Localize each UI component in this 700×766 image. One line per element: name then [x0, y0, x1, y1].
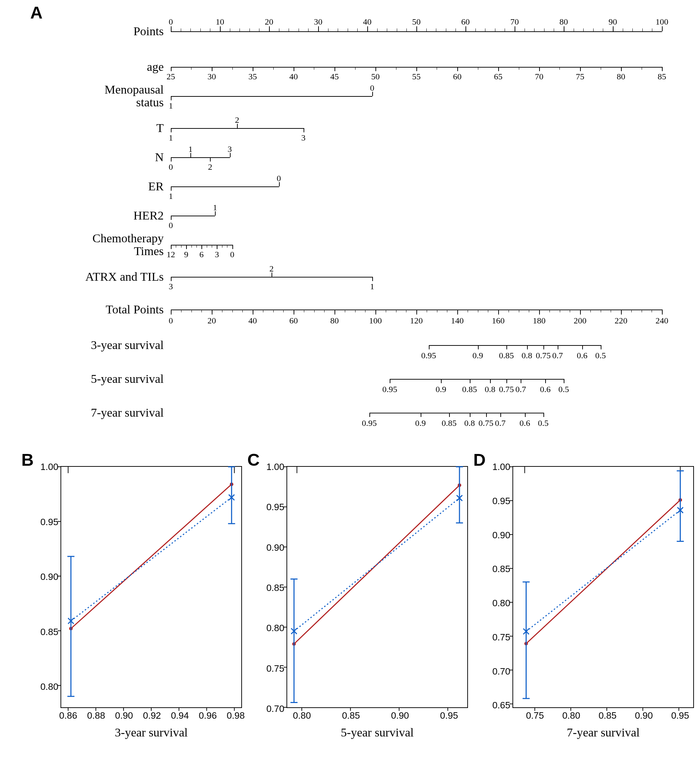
surv-tick: 0.5 [538, 418, 549, 428]
nomo-tick-atrx: 2 [269, 264, 274, 274]
nomo-label-surv: 7-year survival [91, 406, 164, 419]
surv-tick: 0.6 [540, 385, 551, 394]
points-tick: 50 [412, 17, 421, 27]
nomo-tick-atrx: 3 [169, 282, 173, 291]
surv-tick: 0.9 [473, 351, 483, 361]
points-tick: 100 [656, 17, 668, 27]
nomo-label-chemo: Chemotherapy Times [92, 232, 164, 257]
nomo-tick-age: 35 [249, 72, 257, 81]
total-points-tick: 220 [614, 316, 627, 326]
nomo-tick-chemo: 9 [184, 250, 188, 260]
ytick: 1.00 [492, 461, 513, 472]
xtick: 0.90 [635, 707, 653, 721]
nomo-tick-ER: 0 [277, 174, 281, 183]
xtick: 0.80 [562, 707, 580, 721]
ytick: 0.65 [492, 700, 513, 711]
nomo-tick-age: 80 [617, 72, 625, 81]
nomo-tick-age: 65 [494, 72, 502, 81]
total-points-tick: 160 [492, 316, 505, 326]
total-points-tick: 180 [533, 316, 546, 326]
nomo-tick-N: 2 [208, 162, 212, 172]
calibration-plot-d: 0.750.800.850.900.950.650.700.750.800.85… [484, 459, 700, 736]
nomo-label-points: Points [133, 25, 164, 38]
ytick: 1.00 [266, 461, 287, 472]
surv-tick: 0.8 [522, 351, 532, 361]
xtick: 0.75 [526, 707, 544, 721]
ytick: 0.80 [492, 598, 513, 609]
nomo-tick-T: 1 [169, 133, 173, 142]
nomo-tick-age: 50 [371, 72, 380, 81]
surv-tick: 0.5 [558, 385, 569, 394]
nomo-tick-age: 25 [166, 72, 175, 81]
nomo-label-total: Total Points [106, 303, 164, 316]
xlabel: 7-year survival [512, 726, 694, 739]
total-points-tick: 40 [249, 316, 257, 326]
xtick: 0.90 [115, 707, 133, 721]
surv-tick: 0.75 [499, 385, 514, 394]
points-tick: 70 [510, 17, 519, 27]
calibration-plot-c: 0.800.850.900.950.700.750.800.850.900.95… [258, 459, 475, 736]
ytick: 0.70 [492, 666, 513, 677]
surv-tick: 0.7 [495, 418, 506, 428]
ytick: 0.90 [40, 571, 61, 582]
xlabel: 3-year survival [60, 726, 242, 739]
surv-tick: 0.6 [577, 351, 588, 361]
nomo-tick-menopausal: 1 [169, 101, 173, 111]
surv-tick: 0.8 [485, 385, 496, 394]
nomo-tick-age: 85 [658, 72, 666, 81]
surv-tick: 0.9 [436, 385, 446, 394]
surv-tick: 0.7 [552, 351, 563, 361]
nomo-label-ER: ER [149, 180, 164, 193]
ytick: 0.80 [40, 681, 61, 692]
nomo-tick-chemo: 0 [230, 250, 234, 260]
points-tick: 30 [314, 17, 322, 27]
points-tick: 90 [608, 17, 617, 27]
surv-tick: 0.9 [415, 418, 426, 428]
xtick: 0.94 [171, 707, 189, 721]
total-points-tick: 0 [169, 316, 173, 326]
ytick: 0.70 [266, 703, 287, 714]
total-points-tick: 120 [410, 316, 423, 326]
nomo-tick-N: 3 [228, 144, 232, 154]
nomo-tick-N: 0 [169, 162, 173, 172]
nomo-tick-T: 2 [235, 115, 239, 125]
xtick: 0.88 [87, 707, 105, 721]
total-points-tick: 140 [451, 316, 464, 326]
points-tick: 20 [265, 17, 273, 27]
points-tick: 40 [363, 17, 372, 27]
nomo-tick-age: 45 [330, 72, 339, 81]
nomo-tick-age: 60 [453, 72, 462, 81]
surv-tick: 0.85 [462, 385, 477, 394]
nomo-label-surv: 3-year survival [91, 339, 164, 351]
panel-letter-a: A [30, 3, 43, 22]
total-points-tick: 200 [574, 316, 586, 326]
nomo-tick-age: 30 [207, 72, 216, 81]
ytick: 0.90 [492, 529, 513, 540]
xtick: 0.95 [671, 707, 689, 721]
xtick: 0.85 [599, 707, 617, 721]
xtick: 0.96 [199, 707, 217, 721]
total-points-tick: 100 [369, 316, 382, 326]
nomo-label-age: age [147, 60, 164, 73]
points-tick: 0 [169, 17, 173, 27]
nomo-tick-chemo: 12 [166, 250, 175, 260]
surv-tick: 0.85 [499, 351, 514, 361]
xtick: 0.85 [342, 707, 360, 721]
nomo-label-T: T [156, 122, 164, 135]
ytick: 0.85 [492, 563, 513, 574]
ytick: 0.90 [266, 542, 287, 553]
nomo-tick-chemo: 6 [199, 250, 204, 260]
nomo-tick-HER2: 0 [169, 221, 173, 230]
xtick: 0.90 [391, 707, 409, 721]
nomogram-panel: Points0102030405060708090100age253035404… [57, 11, 683, 448]
ytick: 0.75 [492, 631, 513, 643]
nomo-label-menopausal: Menopausal status [105, 83, 164, 109]
ytick: 0.75 [266, 663, 287, 674]
ytick: 0.85 [40, 626, 61, 637]
ytick: 0.95 [492, 495, 513, 506]
nomo-tick-atrx: 1 [370, 282, 374, 291]
nomo-tick-menopausal: 0 [370, 83, 374, 93]
surv-tick: 0.75 [479, 418, 494, 428]
plot-area: 0.800.850.900.950.700.750.800.850.900.95… [287, 466, 468, 708]
nomo-label-HER2: HER2 [133, 209, 164, 222]
